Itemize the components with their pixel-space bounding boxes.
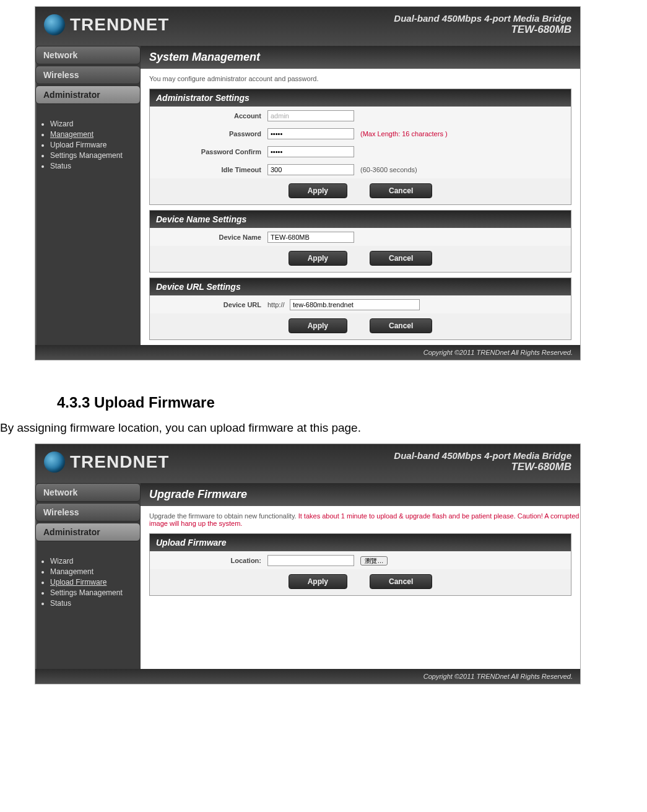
account-input	[267, 110, 354, 121]
account-label: Account	[156, 112, 267, 120]
sidebar: Network Wireless Administrator Wizard Ma…	[35, 46, 141, 187]
globe-icon	[44, 452, 65, 473]
sidebar-item-settings-management[interactable]: Settings Management	[50, 151, 141, 160]
nav-administrator[interactable]: Administrator	[35, 523, 141, 541]
sidebar-item-upload-firmware[interactable]: Upload Firmware	[50, 578, 141, 587]
panel-admin-settings: Administrator Settings Account Password …	[149, 89, 571, 205]
admin-submenu: Wizard Management Upload Firmware Settin…	[35, 551, 141, 614]
idle-timeout-label: Idle Timeout	[156, 166, 267, 173]
brand-text: TRENDNET	[70, 15, 169, 35]
password-input[interactable]	[267, 128, 354, 139]
browse-button[interactable]: 瀏覽…	[360, 556, 388, 565]
nav-network[interactable]: Network	[35, 483, 141, 502]
device-name-label: Device Name	[156, 234, 267, 241]
brand-logo: TRENDNET	[44, 452, 169, 473]
password-confirm-input[interactable]	[267, 146, 354, 157]
brand-text: TRENDNET	[70, 452, 169, 472]
idle-timeout-hint: (60-3600 seconds)	[360, 166, 417, 173]
upload-apply-button[interactable]: Apply	[289, 574, 347, 589]
footer-copyright: Copyright ©2011 TRENDnet All Rights Rese…	[35, 669, 580, 684]
admin-cancel-button[interactable]: Cancel	[370, 183, 432, 198]
sidebar-item-status[interactable]: Status	[50, 599, 141, 608]
desc-text: Upgrade the firmware to obtain new funct…	[149, 512, 298, 520]
location-label: Location:	[156, 557, 267, 564]
panel-heading: Upload Firmware	[150, 534, 571, 551]
password-hint: (Max Length: 16 characters )	[360, 130, 448, 138]
nav-network[interactable]: Network	[35, 46, 141, 64]
nav-administrator[interactable]: Administrator	[35, 85, 141, 104]
device-url-label: Device URL	[156, 301, 267, 308]
panel-heading: Device Name Settings	[150, 211, 571, 228]
panel-heading: Administrator Settings	[150, 89, 571, 107]
sidebar-item-settings-management[interactable]: Settings Management	[50, 588, 141, 597]
devname-cancel-button[interactable]: Cancel	[370, 251, 432, 266]
router-screenshot-upgrade: TRENDNET Dual-band 450Mbps 4-port Media …	[35, 443, 581, 684]
tagline-line2: TEW-680MB	[394, 461, 571, 473]
product-tagline: Dual-band 450Mbps 4-port Media Bridge TE…	[394, 13, 571, 36]
doc-section-text: By assigning firmware location, you can …	[0, 421, 647, 435]
tagline-line1: Dual-band 450Mbps 4-port Media Bridge	[394, 450, 571, 461]
idle-timeout-input[interactable]	[267, 164, 354, 175]
sidebar: Network Wireless Administrator Wizard Ma…	[35, 483, 141, 624]
doc-section-heading: 4.3.3 Upload Firmware	[57, 394, 647, 411]
router-screenshot-management: TRENDNET Dual-band 450Mbps 4-port Media …	[35, 6, 581, 360]
sidebar-item-upload-firmware[interactable]: Upload Firmware	[50, 141, 141, 149]
password-label: Password	[156, 130, 267, 138]
tagline-line1: Dual-band 450Mbps 4-port Media Bridge	[394, 13, 571, 24]
page-desc: Upgrade the firmware to obtain new funct…	[141, 506, 580, 533]
panel-device-url: Device URL Settings Device URL http:// A…	[149, 277, 571, 340]
page-title: System Management	[141, 46, 580, 69]
panel-device-name: Device Name Settings Device Name Apply C…	[149, 210, 571, 273]
url-prefix: http://	[267, 301, 285, 308]
devurl-apply-button[interactable]: Apply	[289, 318, 347, 333]
sidebar-item-status[interactable]: Status	[50, 162, 141, 170]
sidebar-item-management[interactable]: Management	[50, 567, 141, 576]
nav-wireless[interactable]: Wireless	[35, 66, 141, 84]
content: System Management You may configure admi…	[141, 46, 580, 345]
device-name-input[interactable]	[267, 232, 354, 243]
devurl-cancel-button[interactable]: Cancel	[370, 318, 432, 333]
device-url-input[interactable]	[290, 299, 420, 310]
password-confirm-label: Password Confirm	[156, 148, 267, 155]
page-desc: You may configure administrator account …	[141, 69, 580, 89]
nav-wireless[interactable]: Wireless	[35, 503, 141, 522]
upload-cancel-button[interactable]: Cancel	[370, 574, 432, 589]
sidebar-item-wizard[interactable]: Wizard	[50, 557, 141, 565]
location-input[interactable]	[267, 555, 354, 566]
admin-apply-button[interactable]: Apply	[289, 183, 347, 198]
globe-icon	[44, 14, 65, 35]
devname-apply-button[interactable]: Apply	[289, 251, 347, 266]
footer-copyright: Copyright ©2011 TRENDnet All Rights Rese…	[35, 345, 580, 360]
sidebar-item-management[interactable]: Management	[50, 130, 141, 139]
header: TRENDNET Dual-band 450Mbps 4-port Media …	[35, 7, 580, 46]
tagline-line2: TEW-680MB	[394, 24, 571, 36]
sidebar-item-wizard[interactable]: Wizard	[50, 120, 141, 128]
content: Upgrade Firmware Upgrade the firmware to…	[141, 483, 580, 669]
page-title: Upgrade Firmware	[141, 483, 580, 506]
panel-upload-firmware: Upload Firmware Location: 瀏覽… Apply Canc…	[149, 533, 571, 596]
header: TRENDNET Dual-band 450Mbps 4-port Media …	[35, 444, 580, 483]
product-tagline: Dual-band 450Mbps 4-port Media Bridge TE…	[394, 450, 571, 473]
brand-logo: TRENDNET	[44, 14, 169, 35]
admin-submenu: Wizard Management Upload Firmware Settin…	[35, 114, 141, 177]
panel-heading: Device URL Settings	[150, 278, 571, 295]
